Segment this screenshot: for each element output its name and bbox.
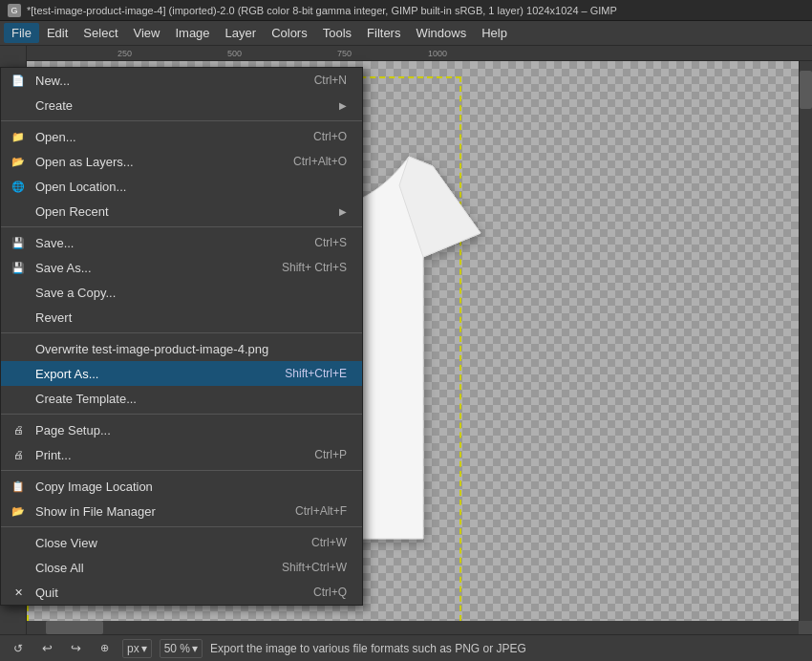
menu-save-shortcut: Ctrl+S [295,236,347,249]
show-manager-icon: 📂 [11,503,26,519]
menu-create-template[interactable]: Create Template... [1,386,362,411]
menu-show-manager-shortcut: Ctrl+Alt+F [276,504,347,518]
menu-tools[interactable]: Tools [315,23,359,43]
scrollbar-thumb[interactable] [800,71,812,109]
menu-print[interactable]: 🖨 Print... Ctrl+P [1,442,362,467]
menu-open-recent[interactable]: Open Recent ▶ [1,199,362,224]
menu-create-label: Create [35,98,73,113]
zoom-dropdown-icon: ▾ [192,642,198,655]
open-layers-icon: 📂 [11,154,26,169]
menu-save[interactable]: 💾 Save... Ctrl+S [1,230,362,255]
menu-open-location[interactable]: 🌐 Open Location... [1,174,362,199]
menu-create-template-label: Create Template... [35,392,137,406]
menu-bar: File Edit Select View Image Layer Colors… [0,21,812,46]
save-as-icon: 💾 [11,260,26,275]
undo-button[interactable]: ↩ [36,638,57,659]
menu-open-label: Open... [35,130,76,144]
copy-location-icon: 📋 [11,479,26,494]
menu-new[interactable]: 📄 New... Ctrl+N [1,68,362,93]
unit-selector[interactable]: px ▾ [122,639,152,658]
ruler-top: 250 500 750 1000 [27,46,812,61]
menu-open-layers-label: Open as Layers... [35,155,134,169]
menu-quit[interactable]: ✕ Quit Ctrl+Q [1,580,362,605]
menu-layer[interactable]: Layer [218,23,265,43]
menu-quit-label: Quit [35,586,58,600]
menu-save-as[interactable]: 💾 Save As... Shift+ Ctrl+S [1,255,362,280]
menu-copy-location[interactable]: 📋 Copy Image Location [1,474,362,499]
menu-create[interactable]: Create ▶ [1,93,362,117]
menu-edit[interactable]: Edit [39,23,75,43]
title-bar: G *[test-image-product-image-4] (importe… [0,0,812,21]
separator-1 [1,120,362,121]
zoom-label: 50 % [164,642,190,655]
menu-copy-location-label: Copy Image Location [35,480,153,494]
save-icon: 💾 [11,235,26,250]
menu-close-view-label: Close View [35,536,97,550]
menu-windows[interactable]: Windows [408,23,474,43]
menu-select[interactable]: Select [75,23,125,43]
menu-image[interactable]: Image [167,23,217,43]
menu-export-as-label: Export As... [35,367,98,381]
menu-print-label: Print... [35,448,72,462]
menu-new-label: New... [35,74,70,88]
menu-file[interactable]: File [4,23,39,43]
open-icon: 📁 [11,129,26,144]
ruler-mark-750: 750 [337,49,352,58]
menu-view[interactable]: View [126,23,168,43]
menu-filters[interactable]: Filters [359,23,408,43]
page-setup-icon: 🖨 [11,422,26,437]
menu-show-manager[interactable]: 📂 Show in File Manager Ctrl+Alt+F [1,499,362,523]
menu-quit-shortcut: Ctrl+Q [294,586,347,599]
app-icon: G [8,4,21,17]
menu-open-layers[interactable]: 📂 Open as Layers... Ctrl+Alt+O [1,149,362,174]
menu-export-as[interactable]: Export As... Shift+Ctrl+E [1,361,362,386]
quit-icon: ✕ [11,585,26,600]
separator-2 [1,226,362,227]
separator-3 [1,332,362,333]
menu-open-shortcut: Ctrl+O [294,130,347,143]
menu-close-view[interactable]: Close View Ctrl+W [1,530,362,555]
create-arrow-icon: ▶ [339,100,347,111]
status-bar: ↺ ↩ ↪ ⊕ px ▾ 50 % ▾ Export the image to … [0,634,812,661]
menu-open-layers-shortcut: Ctrl+Alt+O [274,155,347,168]
separator-6 [1,526,362,527]
menu-overwrite-label: Overwrite test-image-product-image-4.png [35,342,268,356]
vertical-scrollbar[interactable] [799,61,812,621]
menu-print-shortcut: Ctrl+P [295,448,347,461]
menu-open-recent-label: Open Recent [35,204,109,219]
title-bar-text: *[test-image-product-image-4] (imported)… [27,5,617,16]
menu-save-copy[interactable]: Save a Copy... [1,280,362,305]
unit-dropdown-icon: ▾ [141,642,147,655]
menu-revert[interactable]: Revert [1,305,362,330]
scrollbar-thumb-h[interactable] [46,621,103,634]
unit-label: px [127,642,139,655]
redo-button[interactable]: ↪ [65,638,86,659]
menu-page-setup-label: Page Setup... [35,423,111,437]
print-icon: 🖨 [11,447,26,462]
separator-4 [1,414,362,415]
reset-zoom-button[interactable]: ↺ [8,638,29,659]
menu-overwrite[interactable]: Overwrite test-image-product-image-4.png [1,336,362,361]
menu-open[interactable]: 📁 Open... Ctrl+O [1,124,362,149]
ruler-mark-500: 500 [227,49,242,58]
menu-save-copy-label: Save a Copy... [35,286,116,300]
separator-5 [1,470,362,471]
menu-save-label: Save... [35,236,74,250]
menu-close-all[interactable]: Close All Shift+Ctrl+W [1,555,362,580]
menu-page-setup[interactable]: 🖨 Page Setup... [1,417,362,442]
open-location-icon: 🌐 [11,179,26,194]
tool-button[interactable]: ⊕ [94,638,115,659]
menu-colors[interactable]: Colors [264,23,315,43]
horizontal-scrollbar[interactable] [27,621,799,634]
menu-new-shortcut: Ctrl+N [295,74,347,87]
menu-close-all-label: Close All [35,561,84,575]
menu-revert-label: Revert [35,310,72,325]
file-dropdown: 📄 New... Ctrl+N Create ▶ 📁 Open... Ctrl+… [0,67,363,606]
menu-save-as-label: Save As... [35,261,92,275]
menu-export-as-shortcut: Shift+Ctrl+E [266,367,347,380]
menu-show-manager-label: Show in File Manager [35,504,156,519]
ruler-mark-1000: 1000 [428,49,447,58]
menu-close-all-shortcut: Shift+Ctrl+W [263,561,347,574]
zoom-selector[interactable]: 50 % ▾ [160,639,203,658]
menu-help[interactable]: Help [474,23,515,43]
